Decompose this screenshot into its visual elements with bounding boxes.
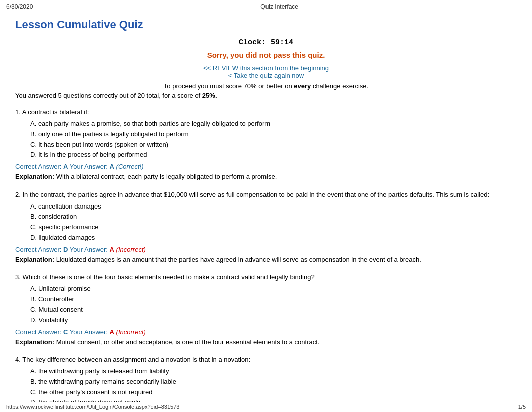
review-link[interactable]: << REVIEW this section from the beginnin… <box>15 64 517 72</box>
result-1: (Correct!) <box>114 163 144 170</box>
your-answer-letter-1: A <box>110 163 114 170</box>
question-block-1: 1. A contract is bilateral if:A. each pa… <box>15 108 517 182</box>
option-3-A: A. Unilateral promise <box>30 284 517 294</box>
correct-answer-line-3: Correct Answer: C Your Answer: A (Incorr… <box>15 328 517 336</box>
option-1-B: B. only one of the parties is legally ob… <box>30 129 517 140</box>
question-text-4: 4. The key difference between an assignm… <box>15 356 517 363</box>
score-text: You answered 5 questions correctly out o… <box>15 92 517 99</box>
fail-message: Sorry, you did not pass this quiz. <box>15 51 517 59</box>
option-3-D: D. Voidability <box>30 315 517 326</box>
correct-answer-line-2: Correct Answer: D Your Answer: A (Incorr… <box>15 246 517 253</box>
question-text-3: 3. Which of these is one of the four bas… <box>15 273 517 281</box>
retake-link[interactable]: < Take the quiz again now <box>15 72 517 79</box>
page-title: Lesson Cumulative Quiz <box>15 18 517 31</box>
correct-label-1: Correct Answer: <box>15 163 63 170</box>
question-text-2: 2. In the contract, the parties agree in… <box>15 191 517 198</box>
correct-label-2: Correct Answer: <box>15 246 63 253</box>
footer-url: https://www.rockwellinstitute.com/Util_L… <box>6 404 179 410</box>
option-2-D: D. liquidated damages <box>30 233 517 243</box>
your-answer-label-1: Your Answer: <box>68 163 109 170</box>
your-answer-letter-2: A <box>110 246 114 253</box>
result-3: (Incorrect) <box>114 328 146 336</box>
footer-page: 1/5 <box>518 404 526 410</box>
question-block-3: 3. Which of these is one of the four bas… <box>15 273 517 347</box>
option-1-A: A. each party makes a promise, so that b… <box>30 119 517 129</box>
option-1-C: C. it has been put into words (spoken or… <box>30 140 517 150</box>
proceed-text: To proceed you must score 70% or better … <box>15 82 517 90</box>
your-answer-label-2: Your Answer: <box>68 246 109 253</box>
question-text-1: 1. A contract is bilateral if: <box>15 108 517 116</box>
explanation-2: Explanation: Liquidated damages is an am… <box>15 255 517 265</box>
explanation-3: Explanation: Mutual consent, or offer an… <box>15 337 517 347</box>
result-2: (Incorrect) <box>114 246 146 253</box>
option-2-B: B. consideration <box>30 212 517 222</box>
question-block-2: 2. In the contract, the parties agree in… <box>15 191 517 265</box>
clock-display: Clock: 59:14 <box>15 38 517 47</box>
explanation-1: Explanation: With a bilateral contract, … <box>15 172 517 182</box>
your-answer-label-3: Your Answer: <box>68 328 109 336</box>
option-2-C: C. specific performance <box>30 222 517 233</box>
option-3-B: B. Counteroffer <box>30 294 517 305</box>
option-4-B: B. the withdrawing party remains seconda… <box>30 377 517 387</box>
correct-answer-line-1: Correct Answer: A Your Answer: A (Correc… <box>15 163 517 170</box>
option-4-C: C. the other party's consent is not requ… <box>30 387 517 398</box>
window-title: Quiz Interface <box>260 3 298 10</box>
correct-label-3: Correct Answer: <box>15 328 63 336</box>
your-answer-letter-3: A <box>110 328 114 336</box>
date-label: 6/30/2020 <box>6 3 33 10</box>
option-3-C: C. Mutual consent <box>30 305 517 315</box>
option-1-D: D. it is in the process of being perform… <box>30 150 517 160</box>
option-4-A: A. the withdrawing party is released fro… <box>30 366 517 377</box>
option-2-A: A. cancellation damages <box>30 201 517 212</box>
